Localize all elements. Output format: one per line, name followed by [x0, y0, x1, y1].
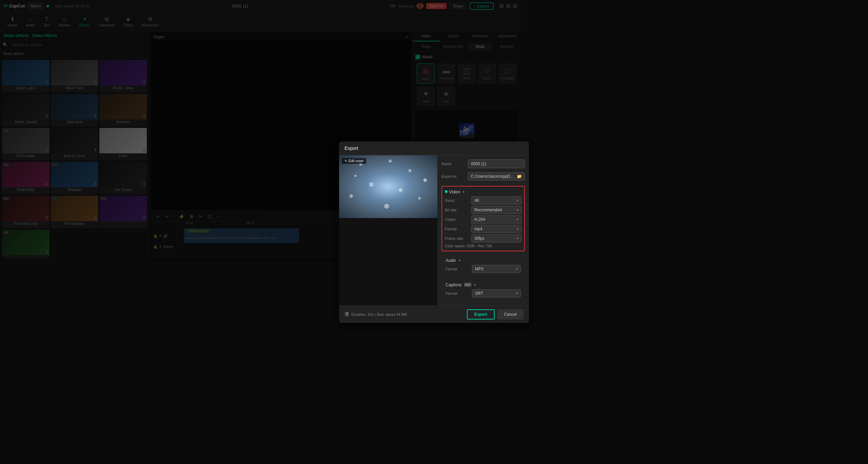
name-inline: Name	[441, 159, 521, 168]
modal-form: Name Export to C:/Users/Jason/AppD... 📁	[437, 155, 521, 261]
audio-section: Audio ▾ Format MP3 ▾	[441, 255, 521, 261]
modal-header: Export	[339, 141, 521, 155]
name-row: Name	[441, 159, 521, 170]
audio-toggle[interactable]: ▾	[459, 258, 460, 260]
export-to-inline: Export to C:/Users/Jason/AppD... 📁	[441, 172, 521, 180]
framerate-row: Frame rate 30fps ▾	[445, 234, 521, 243]
codec-row: Codec H.264 ▾	[445, 215, 521, 224]
codec-label: Codec	[445, 217, 469, 221]
snowflake-7: ❄	[418, 196, 421, 201]
snowflake-5: ❄	[398, 187, 403, 194]
resolution-chevron: ▾	[517, 198, 518, 202]
edit-cover-button[interactable]: ✎ Edit cover	[342, 158, 366, 164]
modal-overlay: Export ❄ ❄ ❄ ❄ ❄ ❄ ❄ ❄ ❅ ❅ ✎	[0, 0, 521, 260]
modal-preview: ❄ ❄ ❄ ❄ ❄ ❄ ❄ ❄ ❅ ❅ ✎ Edit cover	[339, 155, 437, 261]
export-to-row: Export to C:/Users/Jason/AppD... 📁	[441, 172, 521, 182]
export-to-select[interactable]: C:/Users/Jason/AppD... 📁	[468, 172, 521, 180]
bitrate-row: Bit rate Recommended ▾	[445, 206, 521, 214]
video-dot	[445, 190, 448, 193]
format-label: Format	[445, 227, 469, 231]
snowflake-2: ❄	[388, 158, 392, 164]
audio-header: Audio ▾	[446, 258, 521, 261]
framerate-select[interactable]: 30fps ▾	[471, 234, 521, 243]
folder-icon: 📁	[517, 174, 521, 179]
export-to-label: Export to	[441, 174, 465, 178]
framerate-chevron: ▾	[517, 236, 518, 240]
format-chevron: ▾	[517, 227, 518, 231]
format-select[interactable]: mp4 ▾	[471, 225, 521, 233]
modal-body: ❄ ❄ ❄ ❄ ❄ ❄ ❄ ❄ ❅ ❅ ✎ Edit cover	[339, 155, 521, 261]
resolution-row: Resol... 4K ▾	[445, 196, 521, 205]
preview-image: ❄ ❄ ❄ ❄ ❄ ❄ ❄ ❄ ❅ ❅ ✎ Edit cover	[339, 155, 437, 218]
export-modal: Export ❄ ❄ ❄ ❄ ❄ ❄ ❄ ❄ ❅ ❅ ✎	[339, 141, 521, 261]
snowflake-6: ❄	[349, 193, 353, 199]
snowflake-10: ❅	[423, 177, 427, 183]
color-space-label: Color space: SDR - Rec.709	[445, 244, 521, 248]
codec-chevron: ▾	[517, 217, 518, 221]
format-row: Format mp4 ▾	[445, 225, 521, 233]
snowflake-9: ❅	[354, 174, 357, 178]
name-label: Name	[441, 162, 465, 166]
bitrate-select[interactable]: Recommended ▾	[471, 206, 521, 214]
name-input[interactable]	[468, 159, 521, 168]
snowflake-4: ❄	[369, 180, 374, 189]
codec-select[interactable]: H.264 ▾	[471, 215, 521, 224]
bitrate-chevron: ▾	[517, 208, 518, 212]
video-toggle[interactable]: ▾	[463, 190, 465, 194]
resolution-label: Resol...	[445, 198, 469, 202]
framerate-label: Frame rate	[445, 236, 469, 240]
video-section-header: Video ▾	[445, 189, 521, 194]
video-section: Video ▾ Resol... 4K ▾ Bit rate	[441, 186, 521, 251]
bitrate-label: Bit rate	[445, 208, 469, 212]
edit-icon: ✎	[344, 159, 347, 163]
snowflake-8: ❄	[383, 202, 390, 211]
resolution-select[interactable]: 4K ▾	[471, 196, 521, 205]
snowflake-3: ❄	[408, 168, 412, 173]
